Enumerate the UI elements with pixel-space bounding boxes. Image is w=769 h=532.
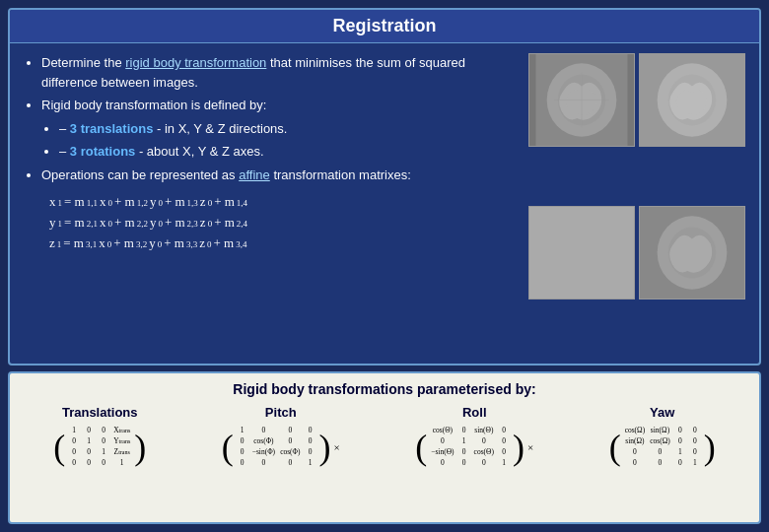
pitch-label: Pitch xyxy=(265,405,297,420)
transform-pitch: Pitch ( 1 0 0 0 0 cos(Φ) 0 0 0 −sin(Φ) xyxy=(222,405,340,469)
yaw-matrix-cells: cos(Ω) sin(Ω) 0 0 sin(Ω) cos(Ω) 0 0 0 0 … xyxy=(623,426,702,469)
translations-matrix-cells: 1 0 0 Xtrans 0 1 0 Ytrans 0 0 1 Ztrans 0 xyxy=(67,426,132,469)
yaw-left-bracket: ( xyxy=(609,430,621,465)
pitch-right-bracket: ) xyxy=(319,430,331,465)
brain-images-grid xyxy=(528,53,745,354)
top-panel: Registration Determine the rigid body tr… xyxy=(8,8,761,366)
rotations-highlight: 3 rotations xyxy=(70,144,135,159)
roll-matrix: ( cos(Θ) 0 sin(Θ) 0 0 1 0 0 −sin(Θ) 0 co… xyxy=(415,426,533,469)
math-line-1: x1 = m1,1x0 + m1,2y0 + m1,3z0 + m1,4 xyxy=(49,192,519,213)
brain-image-bottom-left xyxy=(528,206,635,299)
translations-matrix: ( 1 0 0 Xtrans 0 1 0 Ytrans 0 0 1 Ztrans xyxy=(53,426,146,469)
bullet-2: Rigid body transformation is defined by:… xyxy=(41,96,519,162)
pitch-matrix-cells: 1 0 0 0 0 cos(Φ) 0 0 0 −sin(Φ) cos(Φ) 0 … xyxy=(236,426,317,469)
brain-image-bottom-right xyxy=(639,206,745,299)
transforms-row: Translations ( 1 0 0 Xtrans 0 1 0 Ytrans… xyxy=(20,405,749,469)
math-block: x1 = m1,1x0 + m1,2y0 + m1,3z0 + m1,4 y1 … xyxy=(41,192,519,253)
translations-highlight: 3 translations xyxy=(70,121,154,136)
right-bracket: ) xyxy=(134,430,146,465)
brain-image-top-left xyxy=(528,53,635,147)
roll-matrix-cells: cos(Θ) 0 sin(Θ) 0 0 1 0 0 −sin(Θ) 0 cos(… xyxy=(429,426,511,469)
roll-left-bracket: ( xyxy=(415,430,427,465)
translations-label: Translations xyxy=(62,405,138,420)
pitch-times: × xyxy=(334,441,340,453)
math-line-3: z1 = m3,1x0 + m3,2y0 + m3,3z0 + m3,4 xyxy=(49,233,519,254)
sub-item-2: 3 rotations - about X, Y & Z axes. xyxy=(59,142,519,162)
panel-content: Determine the rigid body transformation … xyxy=(10,43,759,364)
panel-title: Registration xyxy=(10,10,759,43)
highlight-transformation: rigid body transformation xyxy=(125,55,266,70)
transform-translations: Translations ( 1 0 0 Xtrans 0 1 0 Ytrans… xyxy=(53,405,146,469)
yaw-matrix: ( cos(Ω) sin(Ω) 0 0 sin(Ω) cos(Ω) 0 0 0 … xyxy=(609,426,716,469)
sub-item-1: 3 translations - in X, Y & Z directions. xyxy=(59,119,519,139)
text-content: Determine the rigid body transformation … xyxy=(24,53,519,354)
bullet-3: Operations can be represented as affine … xyxy=(41,166,519,254)
transform-yaw: Yaw ( cos(Ω) sin(Ω) 0 0 sin(Ω) cos(Ω) 0 … xyxy=(609,405,716,469)
brain-image-top-right xyxy=(639,53,745,147)
math-line-2: y1 = m2,1x0 + m2,2y0 + m2,3z0 + m2,4 xyxy=(49,213,519,233)
bottom-panel-title: Rigid body transformations parameterised… xyxy=(20,381,749,397)
roll-times: × xyxy=(527,441,533,453)
left-bracket: ( xyxy=(53,430,65,465)
transform-roll: Roll ( cos(Θ) 0 sin(Θ) 0 0 1 0 0 −sin(Θ)… xyxy=(415,405,533,469)
yaw-right-bracket: ) xyxy=(704,430,716,465)
bottom-panel: Rigid body transformations parameterised… xyxy=(8,371,761,524)
roll-right-bracket: ) xyxy=(513,430,524,465)
pitch-left-bracket: ( xyxy=(222,430,234,465)
yaw-label: Yaw xyxy=(650,405,674,420)
affine-highlight: affine xyxy=(239,167,270,182)
bullet-1: Determine the rigid body transformation … xyxy=(41,53,519,92)
pitch-matrix: ( 1 0 0 0 0 cos(Φ) 0 0 0 −sin(Φ) cos(Φ) … xyxy=(222,426,340,469)
main-container: Registration Determine the rigid body tr… xyxy=(0,0,769,532)
roll-label: Roll xyxy=(462,405,487,420)
